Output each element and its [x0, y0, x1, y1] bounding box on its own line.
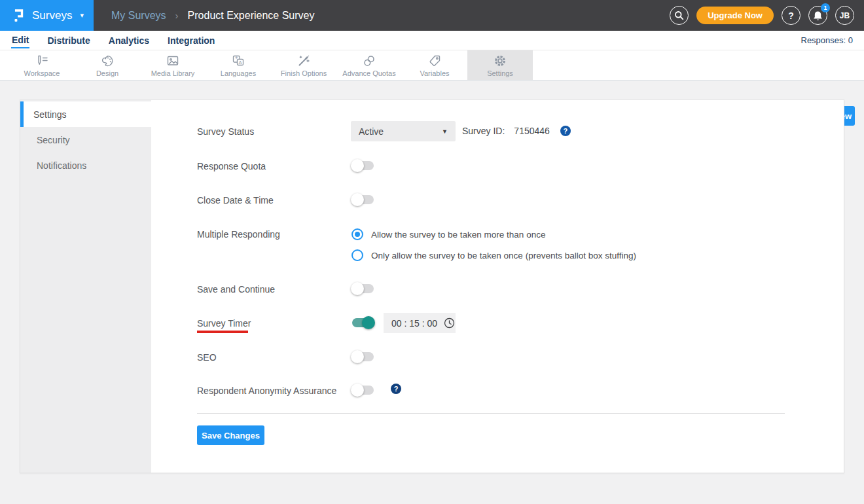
radio-only-once[interactable] [351, 249, 363, 261]
top-bar: Surveys ▾ My Surveys › Product Experienc… [0, 0, 864, 31]
survey-status-value: Active [359, 126, 384, 137]
toolbar-item-design[interactable]: Design [75, 50, 140, 80]
settings-card: Settings Security Notifications Survey S… [20, 99, 844, 473]
save-and-continue-label: Save and Continue [197, 284, 275, 295]
workspace-icon [35, 54, 49, 68]
notification-badge: 1 [821, 3, 830, 12]
multiple-responding-label: Multiple Responding [197, 229, 280, 240]
breadcrumb-my-surveys[interactable]: My Surveys [111, 10, 166, 22]
respondent-anonymity-help-icon[interactable]: ? [391, 384, 401, 394]
app-menu-label: Surveys [32, 9, 72, 22]
seo-toggle[interactable] [352, 352, 374, 361]
help-icon: ? [788, 10, 794, 21]
search-icon [674, 10, 684, 20]
form-divider [197, 413, 785, 414]
close-date-time-label: Close Date & Time [197, 195, 274, 206]
top-bar-actions: Upgrade Now ? 1 JB [670, 6, 864, 25]
breadcrumb: My Surveys › Product Experience Survey [111, 10, 314, 22]
user-avatar[interactable]: JB [835, 6, 854, 25]
toolbar-item-finish-options[interactable]: Finish Options [271, 50, 336, 80]
multiple-responding-option-2: Only allow the survey to be taken once (… [351, 249, 636, 261]
survey-id-label: Survey ID: [462, 126, 505, 136]
save-and-continue-toggle[interactable] [352, 284, 374, 293]
survey-nav: Edit Distribute Analytics Integration Re… [0, 31, 864, 50]
search-button[interactable] [670, 6, 689, 25]
languages-icon: * A [231, 54, 245, 68]
survey-id-group: Survey ID: 7150446 ? [462, 126, 571, 136]
settings-form: Survey Status Active ▼ Survey ID: 715044… [20, 100, 845, 473]
survey-id-value: 7150446 [514, 126, 550, 136]
tab-analytics[interactable]: Analytics [108, 33, 150, 48]
survey-timer-highlight-underline [197, 331, 248, 333]
questionpro-logo-icon [11, 7, 26, 24]
breadcrumb-survey-title: Product Experience Survey [188, 10, 315, 22]
breadcrumb-separator-icon: › [175, 10, 179, 21]
svg-text:A: A [238, 59, 242, 65]
multiple-responding-option-1: Allow the survey to be taken more than o… [351, 228, 545, 240]
toolbar-item-advance-quotas[interactable]: Advance Quotas [336, 50, 402, 80]
survey-status-dropdown[interactable]: Active ▼ [351, 121, 456, 141]
toolbar-item-settings[interactable]: Settings [467, 50, 533, 80]
design-palette-icon [100, 54, 115, 68]
notifications-button[interactable]: 1 [808, 6, 827, 25]
help-button[interactable]: ? [782, 6, 801, 25]
survey-id-help-icon[interactable]: ? [560, 126, 571, 136]
survey-timer-duration-field[interactable]: 00 : 15 : 00 [384, 313, 456, 333]
close-date-time-toggle[interactable] [352, 195, 374, 204]
radio-allow-multiple[interactable] [351, 228, 363, 240]
response-quota-label: Response Quota [197, 161, 266, 171]
survey-timer-toggle[interactable] [352, 318, 374, 327]
chevron-down-icon: ▾ [80, 11, 84, 20]
tab-edit[interactable]: Edit [11, 32, 29, 48]
edit-toolbar: Workspace Design [0, 50, 864, 81]
save-changes-button[interactable]: Save Changes [197, 425, 264, 445]
finish-options-wand-icon [297, 54, 311, 68]
tab-integration[interactable]: Integration [167, 33, 215, 48]
toolbar-item-media-library[interactable]: Media Library [140, 50, 206, 80]
toolbar-item-languages[interactable]: * A Languages [206, 50, 271, 80]
respondent-anonymity-label: Respondent Anonymity Assurance [197, 386, 336, 396]
media-library-icon [166, 54, 180, 68]
survey-status-label: Survey Status [197, 126, 254, 137]
survey-timer-value: 00 : 15 : 00 [391, 318, 437, 329]
upgrade-now-button[interactable]: Upgrade Now [696, 7, 774, 24]
settings-gear-icon [493, 54, 507, 68]
surveys-app-menu[interactable]: Surveys ▾ [0, 0, 94, 31]
variables-tag-icon [427, 54, 442, 68]
toolbar-item-variables[interactable]: Variables [402, 50, 467, 80]
dropdown-caret-icon: ▼ [442, 128, 448, 135]
questionpro-settings-screen: Surveys ▾ My Surveys › Product Experienc… [0, 0, 864, 504]
toolbar-item-workspace[interactable]: Workspace [9, 50, 75, 80]
responses-count: Responses: 0 [801, 35, 854, 45]
clock-icon [444, 317, 455, 329]
survey-timer-label: Survey Timer [197, 318, 251, 329]
respondent-anonymity-toggle[interactable] [352, 386, 374, 395]
tab-distribute[interactable]: Distribute [46, 33, 90, 48]
seo-label: SEO [197, 352, 217, 363]
bell-icon [813, 10, 823, 21]
response-quota-toggle[interactable] [352, 161, 374, 170]
advance-quotas-link-icon [362, 54, 376, 68]
